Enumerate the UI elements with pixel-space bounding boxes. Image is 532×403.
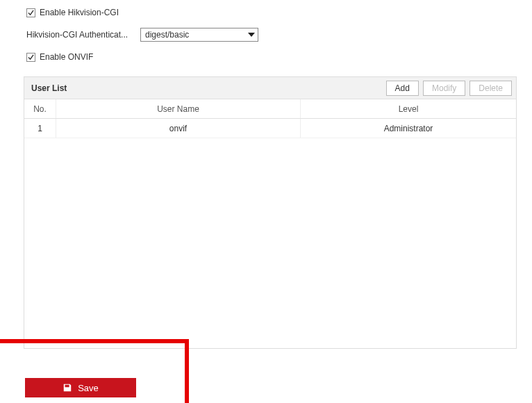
chevron-down-icon — [248, 33, 255, 37]
column-header-username: User Name — [56, 99, 301, 118]
column-header-level: Level — [301, 99, 516, 118]
cell-level: Administrator — [301, 119, 516, 138]
enable-hikvision-cgi-label: Enable Hikvision-CGI — [40, 8, 119, 17]
modify-button[interactable]: Modify — [423, 81, 465, 96]
cell-no: 1 — [24, 119, 56, 138]
user-list-title: User List — [31, 83, 382, 93]
column-header-no: No. — [24, 99, 56, 118]
enable-onvif-checkbox[interactable] — [26, 53, 35, 62]
enable-hikvision-cgi-checkbox[interactable] — [26, 8, 35, 17]
table-row[interactable]: 1onvifAdministrator — [24, 119, 516, 138]
checkmark-icon — [28, 54, 34, 60]
checkmark-icon — [28, 10, 34, 16]
save-button[interactable]: Save — [25, 378, 136, 397]
enable-onvif-label: Enable ONVIF — [40, 52, 93, 62]
delete-button[interactable]: Delete — [469, 81, 512, 96]
user-list-body: 1onvifAdministrator — [24, 119, 516, 348]
save-icon — [63, 383, 72, 393]
save-button-label: Save — [78, 383, 99, 393]
hikvision-cgi-auth-select[interactable]: digest/basic — [140, 28, 258, 42]
cell-username: onvif — [56, 119, 301, 138]
add-button[interactable]: Add — [386, 81, 419, 96]
user-list-header-row: No. User Name Level — [24, 99, 516, 119]
user-list-panel: User List Add Modify Delete No. User Nam… — [24, 76, 517, 349]
hikvision-cgi-auth-label: Hikvision-CGI Authenticat... — [26, 30, 140, 40]
hikvision-cgi-auth-value: digest/basic — [145, 30, 189, 40]
